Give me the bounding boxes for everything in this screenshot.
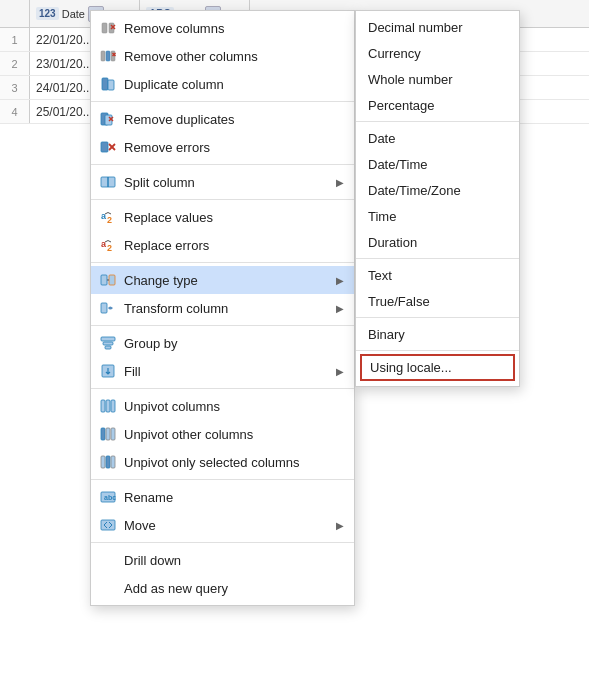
transform-column-label: Transform column (124, 301, 329, 316)
menu-item-fill[interactable]: Fill ▶ (91, 357, 354, 385)
change-type-submenu: Decimal number Currency Whole number Per… (355, 10, 520, 387)
group-by-icon (99, 334, 117, 352)
menu-item-remove-errors[interactable]: Remove errors (91, 133, 354, 161)
unpivot-selected-cols-icon (99, 453, 117, 471)
remove-cols-label: Remove columns (124, 21, 344, 36)
menu-item-replace-errors[interactable]: a 2 Replace errors (91, 231, 354, 259)
fill-icon (99, 362, 117, 380)
separator-2 (91, 164, 354, 165)
svg-rect-37 (101, 456, 105, 468)
submenu-item-decimal[interactable]: Decimal number (356, 14, 519, 40)
menu-item-unpivot-columns[interactable]: Unpivot columns (91, 392, 354, 420)
svg-rect-31 (101, 400, 105, 412)
svg-rect-15 (101, 142, 108, 152)
menu-item-move[interactable]: Move ▶ (91, 511, 354, 539)
submenu-sep-3 (356, 317, 519, 318)
drill-down-label: Drill down (124, 553, 344, 568)
move-icon (99, 516, 117, 534)
unpivot-other-cols-label: Unpivot other columns (124, 427, 344, 442)
menu-item-unpivot-selected-cols[interactable]: Unpivot only selected columns (91, 448, 354, 476)
menu-item-group-by[interactable]: Group by (91, 329, 354, 357)
svg-rect-10 (108, 80, 114, 90)
submenu-item-time[interactable]: Time (356, 203, 519, 229)
duplicate-col-icon (99, 75, 117, 93)
submenu-item-binary[interactable]: Binary (356, 321, 519, 347)
menu-item-unpivot-other-cols[interactable]: Unpivot other columns (91, 420, 354, 448)
menu-item-transform-column[interactable]: Transform column ▶ (91, 294, 354, 322)
svg-rect-35 (106, 428, 110, 440)
time-label: Time (368, 209, 396, 224)
remove-other-cols-icon (99, 47, 117, 65)
svg-rect-27 (101, 337, 115, 341)
context-menu: Remove columns Remove other columns Dupl… (90, 10, 355, 606)
drill-down-placeholder (99, 551, 117, 569)
svg-rect-25 (109, 275, 115, 285)
submenu-item-using-locale[interactable]: Using locale... (360, 354, 515, 381)
add-new-query-placeholder (99, 579, 117, 597)
menu-item-duplicate-col[interactable]: Duplicate column (91, 70, 354, 98)
move-label: Move (124, 518, 329, 533)
rename-label: Rename (124, 490, 344, 505)
remove-errors-label: Remove errors (124, 140, 344, 155)
date-label: Date (368, 131, 395, 146)
menu-item-remove-cols[interactable]: Remove columns (91, 14, 354, 42)
row-num-4: 4 (0, 100, 30, 123)
duplicate-col-label: Duplicate column (124, 77, 344, 92)
remove-duplicates-icon (99, 110, 117, 128)
duration-label: Duration (368, 235, 417, 250)
submenu-item-date[interactable]: Date (356, 125, 519, 151)
submenu-item-datetimezone[interactable]: Date/Time/Zone (356, 177, 519, 203)
move-arrow: ▶ (336, 520, 344, 531)
submenu-sep-1 (356, 121, 519, 122)
whole-label: Whole number (368, 72, 453, 87)
submenu-item-whole[interactable]: Whole number (356, 66, 519, 92)
replace-errors-icon: a 2 (99, 236, 117, 254)
menu-item-add-new-query[interactable]: Add as new query (91, 574, 354, 602)
separator-5 (91, 325, 354, 326)
submenu-item-currency[interactable]: Currency (356, 40, 519, 66)
submenu-item-percentage[interactable]: Percentage (356, 92, 519, 118)
datetimezone-label: Date/Time/Zone (368, 183, 461, 198)
submenu-sep-4 (356, 350, 519, 351)
menu-item-remove-other-cols[interactable]: Remove other columns (91, 42, 354, 70)
separator-4 (91, 262, 354, 263)
percentage-label: Percentage (368, 98, 435, 113)
row-num-header (0, 0, 30, 27)
svg-rect-24 (101, 275, 107, 285)
fill-label: Fill (124, 364, 329, 379)
unpivot-selected-cols-label: Unpivot only selected columns (124, 455, 344, 470)
submenu-item-text[interactable]: Text (356, 262, 519, 288)
replace-errors-label: Replace errors (124, 238, 344, 253)
currency-label: Currency (368, 46, 421, 61)
svg-rect-39 (111, 456, 115, 468)
fill-arrow: ▶ (336, 366, 344, 377)
menu-item-replace-values[interactable]: a 2 Replace values (91, 203, 354, 231)
separator-7 (91, 479, 354, 480)
submenu-item-duration[interactable]: Duration (356, 229, 519, 255)
rename-icon: abc (99, 488, 117, 506)
svg-text:abc: abc (104, 494, 116, 501)
text-label: Text (368, 268, 392, 283)
row-num-2: 2 (0, 52, 30, 75)
separator-1 (91, 101, 354, 102)
svg-rect-5 (106, 51, 110, 61)
submenu-item-datetime[interactable]: Date/Time (356, 151, 519, 177)
using-locale-label: Using locale... (370, 360, 452, 375)
menu-item-drill-down[interactable]: Drill down (91, 546, 354, 574)
submenu-item-truefalse[interactable]: True/False (356, 288, 519, 314)
menu-item-remove-duplicates[interactable]: Remove duplicates (91, 105, 354, 133)
menu-item-rename[interactable]: abc Rename (91, 483, 354, 511)
change-type-arrow: ▶ (336, 275, 344, 286)
date-col-label: Date (62, 8, 85, 20)
change-type-label: Change type (124, 273, 329, 288)
svg-rect-32 (106, 400, 110, 412)
separator-6 (91, 388, 354, 389)
unpivot-other-cols-icon (99, 425, 117, 443)
menu-item-change-type[interactable]: Change type ▶ (91, 266, 354, 294)
submenu-sep-2 (356, 258, 519, 259)
menu-item-split-column[interactable]: Split column ▶ (91, 168, 354, 196)
remove-errors-icon (99, 138, 117, 156)
remove-cols-icon (99, 19, 117, 37)
svg-rect-4 (101, 51, 105, 61)
datetime-label: Date/Time (368, 157, 427, 172)
